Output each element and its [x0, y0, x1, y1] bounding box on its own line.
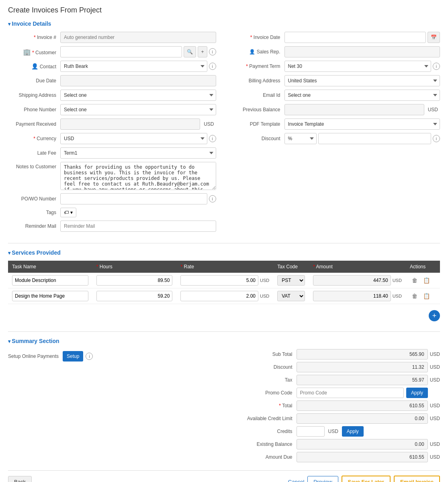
- task-name-input-1[interactable]: [12, 291, 88, 301]
- customer-input[interactable]: Bob Hope: [60, 46, 182, 57]
- summary-header[interactable]: Summary Section: [8, 338, 440, 344]
- contact-row: 👤 Contact Ruth Beark i: [8, 61, 216, 72]
- task-name-cell-1: [8, 288, 92, 304]
- sales-rep-row: 👤 Sales Rep. Ruth C. Beaudry: [232, 46, 440, 57]
- rate-input-1[interactable]: [180, 291, 258, 301]
- contact-label: 👤 Contact: [8, 63, 60, 69]
- tag-icon: 🏷: [64, 210, 69, 215]
- tax-code-select-1[interactable]: VAT: [277, 291, 305, 301]
- late-fee-row: Late Fee Term1: [8, 147, 216, 159]
- actions-cell-1: 🗑 📋: [406, 288, 440, 304]
- invoice-number-input[interactable]: [60, 32, 216, 43]
- available-credit-row: Available Credit Limit 0.00 USD: [232, 413, 440, 424]
- task-name-input-0[interactable]: [12, 275, 88, 286]
- tags-button[interactable]: 🏷 ▾: [60, 208, 76, 217]
- po-wo-input[interactable]: 4086: [60, 193, 207, 204]
- po-wo-info-icon[interactable]: i: [209, 195, 216, 202]
- hours-input-1[interactable]: [96, 291, 173, 301]
- col-rate: Rate: [176, 261, 273, 273]
- invoice-details-section: Invoice Details * Invoice # 🏢 * Customer…: [8, 20, 440, 235]
- currency-select[interactable]: USD: [60, 133, 207, 144]
- add-service-row-btn[interactable]: +: [429, 310, 440, 321]
- pdf-template-label: PDF Template: [232, 121, 284, 127]
- hours-input-0[interactable]: [96, 275, 173, 286]
- invoice-date-row: * Invoice Date 06/06/2016 📅: [232, 32, 440, 43]
- discount-info-icon[interactable]: i: [433, 135, 440, 142]
- phone-number-select[interactable]: Select one: [60, 104, 216, 115]
- amount-currency-0: USD: [393, 278, 402, 283]
- rate-input-0[interactable]: [180, 275, 258, 286]
- email-invoice-button[interactable]: Email Invoice: [394, 476, 440, 482]
- customer-info-icon[interactable]: i: [209, 48, 216, 55]
- actions-cell-0: 🗑 📋: [406, 273, 440, 288]
- payment-received-currency: USD: [202, 121, 216, 127]
- previous-balance-input: 0.00: [284, 104, 424, 115]
- amount-input-0: [313, 275, 391, 286]
- currency-info-icon[interactable]: i: [209, 135, 216, 142]
- delete-row-btn-1[interactable]: 🗑: [410, 292, 419, 300]
- total-label: * Total: [232, 403, 297, 408]
- contact-info-icon[interactable]: i: [209, 63, 216, 70]
- rate-cell-1: USD: [176, 288, 273, 304]
- due-date-input[interactable]: 07/06/2016: [60, 75, 216, 86]
- notes-textarea[interactable]: Thanks for providing us the opportunity …: [60, 162, 216, 190]
- available-credit-value: 0.00: [297, 413, 428, 424]
- preview-button[interactable]: Preview: [307, 476, 338, 482]
- pdf-template-select[interactable]: Invoice Template: [284, 118, 440, 130]
- col-amount: Amount: [309, 261, 406, 273]
- existing-balance-value: 0.00: [297, 439, 428, 449]
- billing-address-select[interactable]: United States: [284, 75, 440, 86]
- rate-currency-1: USD: [260, 294, 269, 298]
- contact-select[interactable]: Ruth Beark: [60, 61, 207, 72]
- hours-cell-0: [92, 273, 177, 288]
- email-id-select[interactable]: Select one: [284, 90, 440, 101]
- reminder-mail-input[interactable]: [60, 221, 216, 232]
- services-header[interactable]: Services Provided: [8, 249, 440, 256]
- reminder-mail-label: Reminder Mail: [8, 223, 60, 229]
- payment-term-info-icon[interactable]: i: [433, 63, 440, 70]
- discount-type-select[interactable]: %: [284, 133, 317, 144]
- tags-dropdown-icon: ▾: [70, 210, 73, 215]
- late-fee-select[interactable]: Term1: [60, 147, 216, 159]
- payment-received-input[interactable]: 0.00: [60, 118, 200, 130]
- delete-row-btn-0[interactable]: 🗑: [410, 276, 419, 285]
- shipping-address-select[interactable]: Select one: [60, 90, 216, 101]
- customer-add-btn[interactable]: +: [198, 46, 207, 57]
- services-table: Task Name Hours Rate Tax Code Amount Act…: [8, 261, 440, 304]
- credits-input[interactable]: 0.00: [297, 426, 325, 437]
- promo-input-group: Apply: [297, 388, 428, 398]
- sub-total-row: Sub Total 565.90 USD: [232, 349, 440, 359]
- discount-value-input[interactable]: 2.00: [318, 133, 432, 144]
- customer-search-btn[interactable]: 🔍: [184, 46, 196, 57]
- col-hours: Hours: [92, 261, 177, 273]
- copy-row-btn-0[interactable]: 📋: [421, 276, 432, 285]
- promo-code-input[interactable]: [297, 388, 404, 398]
- previous-balance-label: Previous Balance: [232, 107, 284, 112]
- tax-code-select-0[interactable]: PST: [277, 275, 305, 286]
- credits-apply-btn[interactable]: Apply: [342, 426, 364, 437]
- payment-term-select[interactable]: Net 30: [284, 61, 432, 72]
- shipping-address-row: Shipping Address Select one: [8, 90, 216, 101]
- save-for-later-button[interactable]: Save For Later: [342, 476, 391, 482]
- setup-payments-label: Setup Online Payments: [8, 353, 63, 359]
- cancel-button[interactable]: Cancel: [288, 479, 304, 482]
- currency-row: * Currency USD i: [8, 133, 216, 144]
- sales-rep-input: Ruth C. Beaudry: [284, 46, 440, 57]
- setup-info-icon[interactable]: i: [86, 353, 93, 360]
- invoice-date-input[interactable]: 06/06/2016: [284, 32, 426, 43]
- late-fee-label: Late Fee: [8, 150, 60, 156]
- previous-balance-currency: USD: [426, 107, 440, 112]
- invoice-date-calendar-btn[interactable]: 📅: [428, 32, 440, 43]
- amount-input-1: [313, 291, 391, 301]
- setup-btn[interactable]: Setup: [63, 351, 83, 362]
- payment-term-row: * Payment Term Net 30 i: [232, 61, 440, 72]
- copy-row-btn-1[interactable]: 📋: [421, 292, 432, 300]
- amount-due-row: Amount Due 610.55 USD: [232, 452, 440, 462]
- summary-right: Sub Total 565.90 USD Discount 11.32 USD …: [232, 349, 440, 462]
- sub-total-label: Sub Total: [232, 351, 297, 357]
- promo-code-row: Promo Code Apply: [232, 388, 440, 398]
- invoice-details-header[interactable]: Invoice Details: [8, 20, 440, 27]
- promo-apply-btn[interactable]: Apply: [406, 388, 428, 398]
- due-date-label: Due Date: [8, 78, 60, 84]
- back-button[interactable]: Back: [8, 476, 32, 482]
